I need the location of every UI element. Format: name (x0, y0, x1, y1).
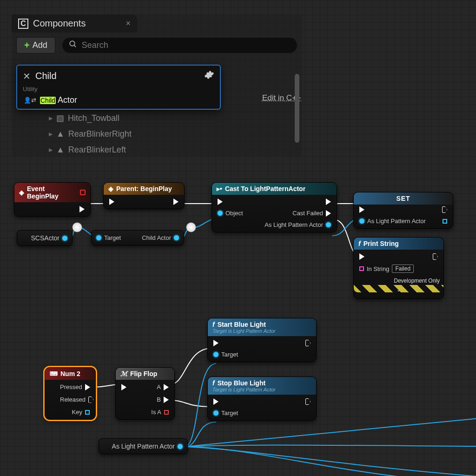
expand-chevron-icon[interactable]: ⌄ (354, 287, 443, 293)
target-pin[interactable]: Target (213, 410, 238, 416)
function-icon: f (212, 321, 215, 328)
search-placeholder: Search (82, 40, 108, 50)
stop-icon (80, 190, 86, 195)
node-scsactor-var[interactable]: SCSActor (17, 230, 73, 246)
node-cast-lightpatternactor[interactable]: ▸•Cast To LightPatternActor Object Cast … (212, 182, 337, 232)
exec-out-pin[interactable] (433, 253, 438, 260)
keyboard-icon: ⌨ (50, 370, 58, 377)
in-string-pin[interactable]: In StringFailed (359, 264, 414, 273)
value-out-pin[interactable] (62, 236, 67, 241)
light-icon: ▲ (56, 142, 65, 158)
components-icon: C (18, 19, 28, 29)
exec-in-pin[interactable] (121, 384, 126, 390)
node-parent-beginplay[interactable]: ◈Parent: BeginPlay (103, 182, 185, 209)
parent-icon: ◈ (108, 185, 113, 192)
tree-item[interactable]: ▶▧Hitch_Towball (49, 110, 132, 126)
function-icon: f (212, 379, 215, 387)
close-tab-icon[interactable]: × (126, 19, 131, 28)
mesh-icon: ▧ (56, 110, 64, 126)
category-label: Utility (19, 85, 218, 93)
node-set[interactable]: SET As Light Pattern Actor (353, 192, 453, 229)
panel-title: Components (33, 18, 86, 29)
reroute-node[interactable] (186, 222, 196, 232)
panel-scrollbar[interactable] (295, 74, 299, 143)
event-icon: ◈ (19, 189, 24, 196)
actor-pair-icon: 👤⇄ (24, 97, 36, 104)
tree-item[interactable]: ▶▲RearBlinkerRight (49, 126, 132, 142)
node-child-actor-get[interactable]: Target Child Actor (91, 230, 184, 245)
released-pin[interactable]: Released (60, 396, 93, 403)
exec-out-pin[interactable] (79, 206, 85, 212)
key-pin[interactable]: Key (72, 409, 90, 416)
svg-point-0 (70, 41, 75, 46)
target-pin[interactable]: Target (213, 351, 238, 358)
child-actor-out-pin[interactable]: Child Actor (142, 234, 179, 241)
value-out-pin[interactable] (178, 444, 183, 449)
exec-in-pin[interactable] (213, 398, 218, 405)
exec-in-pin[interactable] (359, 253, 364, 260)
result-rest: Actor (56, 95, 77, 105)
light-icon: ▲ (56, 126, 65, 142)
clear-filter-icon[interactable]: ✕ (23, 71, 31, 82)
node-aslpa-var[interactable]: As Light Pattern Actor (99, 438, 188, 454)
expand-icon[interactable]: ▶ (49, 110, 53, 126)
as-lpa-in-pin[interactable]: As Light Pattern Actor (359, 218, 426, 225)
reroute-node[interactable] (72, 222, 82, 232)
object-pin[interactable]: Object (218, 210, 243, 217)
add-component-button[interactable]: + Add (16, 37, 55, 53)
exec-out-pin[interactable] (442, 206, 447, 213)
plus-icon: + (24, 40, 30, 51)
result-highlight: Child (40, 97, 56, 104)
node-start-blue-light[interactable]: fStart Blue Light Target is Light Patter… (207, 318, 317, 362)
value-out-pin[interactable] (443, 219, 447, 224)
settings-gear-icon[interactable] (204, 70, 214, 82)
isa-pin[interactable]: Is A (151, 409, 169, 416)
expand-icon[interactable]: ▶ (49, 126, 53, 142)
dev-only-label: Development Only (354, 277, 443, 285)
filter-input[interactable] (35, 71, 199, 81)
cast-failed-pin[interactable]: Cast Failed (292, 210, 331, 217)
expand-icon[interactable]: ▶ (49, 142, 53, 158)
add-component-dropdown: ✕ Utility 👤⇄ Child Actor (16, 65, 221, 110)
exec-out-pin[interactable] (305, 340, 311, 346)
components-tab[interactable]: C Components × (12, 14, 137, 33)
add-button-label: Add (33, 40, 47, 50)
cast-icon: ▸• (217, 185, 222, 192)
function-icon: f (358, 240, 361, 247)
a-pin[interactable]: A (157, 383, 169, 390)
tree-item[interactable]: ▶▲RearBlinkerLeft (49, 142, 132, 158)
svg-line-1 (74, 45, 76, 47)
exec-in-pin[interactable] (213, 340, 218, 346)
panel-toolbar: + Add Search (12, 33, 302, 56)
exec-out-pin[interactable] (305, 398, 311, 405)
components-panel: C Components × + Add Search ✕ Utility 👤⇄… (12, 14, 302, 156)
node-stop-blue-light[interactable]: fStop Blue Light Target is Light Pattern… (207, 377, 317, 421)
exec-in-pin[interactable] (359, 206, 364, 213)
exec-in-pin[interactable] (109, 198, 114, 205)
exec-out-pin[interactable] (326, 198, 331, 205)
result-child-actor[interactable]: 👤⇄ Child Actor (19, 93, 218, 107)
node-flipflop[interactable]: ℳFlip Flop A B Is A (115, 367, 175, 420)
node-event-beginplay[interactable]: ◈Event BeginPlay (14, 182, 91, 217)
pressed-pin[interactable]: Pressed (60, 383, 90, 390)
as-lpa-pin[interactable]: As Light Pattern Actor (264, 221, 331, 228)
exec-out-pin[interactable] (173, 198, 178, 205)
target-pin[interactable]: Target (96, 234, 121, 241)
node-num2-input[interactable]: ⌨Num 2 Pressed Released Key (45, 367, 96, 420)
node-print-string[interactable]: fPrint String In StringFailed Developmen… (353, 237, 444, 299)
exec-in-pin[interactable] (218, 198, 223, 205)
search-input[interactable]: Search (62, 37, 298, 53)
macro-icon: ℳ (120, 370, 127, 377)
component-tree: ▶▧Hitch_Towball ▶▲RearBlinkerRight ▶▲Rea… (49, 110, 132, 158)
b-pin[interactable]: B (157, 396, 169, 403)
search-icon (69, 40, 77, 51)
